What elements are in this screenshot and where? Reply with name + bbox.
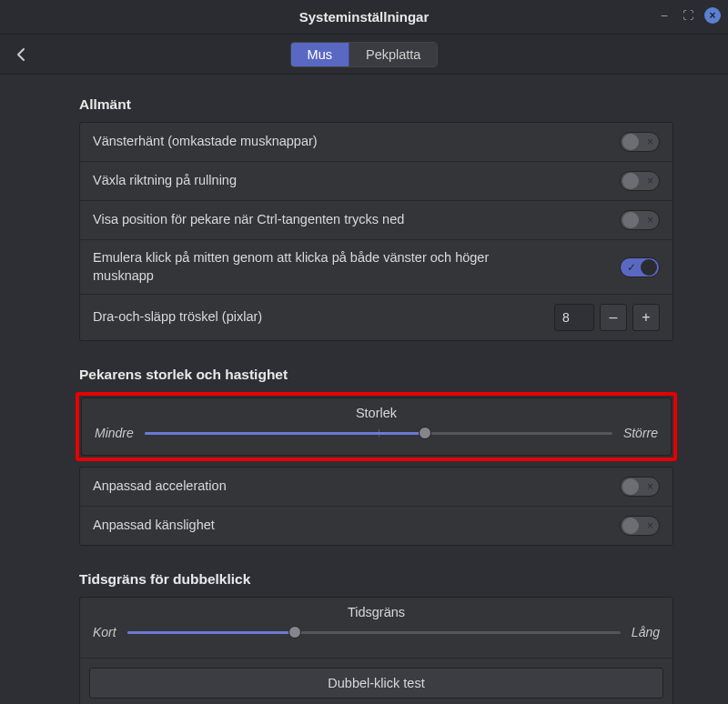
content: Allmänt Vänsterhänt (omkastade musknappa… bbox=[0, 75, 728, 704]
drag-threshold-input[interactable] bbox=[554, 304, 594, 331]
label-custom-sensitivity: Anpassad känslighet bbox=[93, 517, 620, 535]
doubleclick-test-row: Dubbel-klick test bbox=[80, 659, 672, 704]
minimize-button[interactable]: – bbox=[657, 8, 672, 23]
tab-touchpad[interactable]: Pekplatta bbox=[349, 43, 437, 66]
size-label-larger: Större bbox=[623, 426, 658, 440]
row-show-pointer-ctrl: Visa position för pekare när Ctrl-tangen… bbox=[80, 201, 672, 240]
size-slider-title: Storlek bbox=[82, 398, 671, 424]
toggle-show-pointer-ctrl[interactable]: × bbox=[620, 210, 660, 230]
doubleclick-test-button[interactable]: Dubbel-klick test bbox=[89, 668, 663, 699]
doubleclick-slider-row: Kort Lång bbox=[80, 623, 672, 654]
label-show-pointer-ctrl: Visa position för pekare när Ctrl-tangen… bbox=[93, 211, 620, 229]
row-reverse-scroll: Växla riktning på rullning × bbox=[80, 162, 672, 201]
size-slider-row: Mindre Större bbox=[82, 424, 671, 455]
label-reverse-scroll: Växla riktning på rullning bbox=[93, 172, 620, 190]
doubleclick-slider[interactable] bbox=[127, 623, 621, 641]
row-emulate-middle: Emulera klick på mitten genom att klicka… bbox=[80, 240, 672, 295]
row-left-handed: Vänsterhänt (omkastade musknappar) × bbox=[80, 123, 672, 162]
maximize-button[interactable]: ⛶ bbox=[681, 8, 695, 23]
general-panel: Vänsterhänt (omkastade musknappar) × Väx… bbox=[79, 122, 673, 341]
pointer-options-panel: Anpassad acceleration × Anpassad känslig… bbox=[79, 467, 673, 546]
label-custom-acceleration: Anpassad acceleration bbox=[93, 478, 620, 496]
close-button[interactable]: × bbox=[704, 7, 721, 24]
device-tabs: Mus Pekplatta bbox=[290, 42, 439, 67]
label-left-handed: Vänsterhänt (omkastade musknappar) bbox=[93, 133, 620, 151]
toggle-emulate-middle[interactable]: ✓ bbox=[620, 257, 660, 277]
doubleclick-slider-panel: Tidsgräns Kort Lång bbox=[80, 598, 672, 659]
toggle-reverse-scroll[interactable]: × bbox=[620, 171, 660, 191]
doubleclick-label-long: Lång bbox=[632, 625, 660, 639]
section-title-general: Allmänt bbox=[79, 96, 673, 113]
toggle-custom-acceleration[interactable]: × bbox=[620, 477, 660, 497]
row-drag-threshold: Dra-och-släpp tröskel (pixlar) – + bbox=[80, 295, 672, 340]
header: Mus Pekplatta bbox=[0, 35, 728, 75]
row-custom-sensitivity: Anpassad känslighet × bbox=[80, 507, 672, 545]
doubleclick-slider-title: Tidsgräns bbox=[80, 598, 672, 623]
window-title: Systeminställningar bbox=[299, 9, 430, 25]
size-slider[interactable] bbox=[145, 424, 612, 442]
size-label-smaller: Mindre bbox=[95, 426, 134, 440]
drag-threshold-stepper: – + bbox=[554, 304, 660, 331]
section-title-doubleclick: Tidsgräns för dubbelklick bbox=[79, 571, 673, 588]
arrow-left-icon bbox=[14, 46, 30, 63]
highlight-annotation: Storlek Mindre Större bbox=[76, 392, 677, 461]
section-title-pointer: Pekarens storlek och hastighet bbox=[79, 367, 673, 383]
row-custom-acceleration: Anpassad acceleration × bbox=[80, 468, 672, 507]
drag-threshold-decrement[interactable]: – bbox=[600, 304, 627, 331]
doubleclick-panel: Tidsgräns Kort Lång Dubbel-klick test bbox=[79, 597, 673, 704]
back-button[interactable] bbox=[11, 44, 33, 65]
size-slider-panel: Storlek Mindre Större bbox=[81, 397, 672, 456]
toggle-custom-sensitivity[interactable]: × bbox=[620, 516, 660, 536]
drag-threshold-increment[interactable]: + bbox=[632, 304, 660, 331]
doubleclick-label-short: Kort bbox=[93, 625, 116, 639]
toggle-left-handed[interactable]: × bbox=[620, 132, 660, 152]
titlebar: Systeminställningar – ⛶ × bbox=[0, 0, 728, 35]
tab-mouse[interactable]: Mus bbox=[291, 43, 349, 66]
label-emulate-middle: Emulera klick på mitten genom att klicka… bbox=[93, 249, 493, 285]
window-controls: – ⛶ × bbox=[657, 7, 721, 24]
label-drag-threshold: Dra-och-släpp tröskel (pixlar) bbox=[93, 308, 554, 327]
